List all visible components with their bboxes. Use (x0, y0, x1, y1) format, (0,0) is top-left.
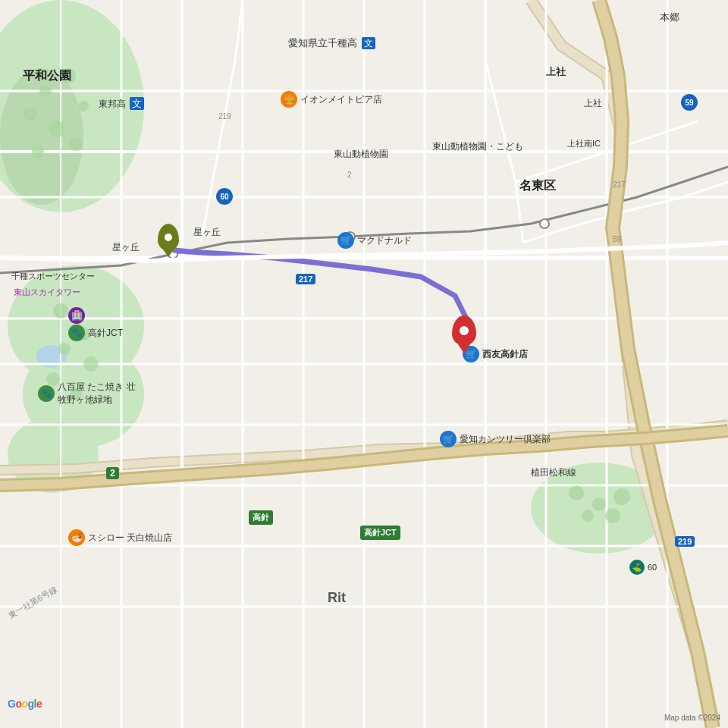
svg-point-38 (69, 137, 83, 151)
zoo2-poi: 🐾 八百屋 たこ焼き 壮 牧野ヶ池緑地 (38, 381, 136, 406)
rail-komachi-label: 219 (218, 112, 231, 121)
country-club-label: 60 (648, 563, 657, 572)
start-pin (158, 224, 179, 251)
higashi6-label: 217 (613, 180, 626, 189)
road-219-badge: 219 (675, 534, 695, 548)
higashiyama-sky-label: 東山スカイタワー (14, 287, 80, 298)
svg-point-34 (24, 107, 37, 121)
svg-point-48 (582, 510, 594, 522)
zoo-poi: 🐾 高針JCT (68, 325, 123, 341)
svg-point-42 (83, 356, 99, 372)
aeon-poi: 🛒 マクドナルド (337, 232, 412, 249)
susiro-icon: 🍜 (68, 529, 85, 546)
yaoya-label: 愛知カンツリー倶楽部 (460, 433, 551, 446)
svg-point-32 (39, 85, 52, 97)
svg-point-36 (49, 121, 65, 137)
higashi16-label: 59 (613, 235, 621, 243)
honmachi-label: 本郷 (660, 11, 679, 24)
svg-point-39 (53, 303, 68, 318)
aeon-icon: 🛒 (337, 232, 354, 249)
hospital-poi: 🏥 (68, 307, 85, 324)
makino-label: 植田松和線 (531, 466, 576, 479)
zoo-icon: 🐾 (68, 325, 85, 341)
takahari-jct-badge: 高針JCT (360, 525, 400, 540)
svg-point-31 (540, 219, 549, 228)
kamisha-label: 上社 (546, 65, 566, 79)
mcdonald-poi: 🍔 イオンメイトピア店 (281, 91, 382, 108)
svg-point-45 (569, 485, 584, 500)
svg-point-35 (78, 101, 89, 111)
svg-point-46 (592, 497, 606, 511)
map-container: 平和公園 東邦高 文 愛知県立千種高 文 本郷 上社 上社 上社南IC 名東区 … (0, 0, 728, 728)
end-pin (452, 315, 476, 346)
road-60-badge: 60 (216, 188, 233, 205)
zoo2-icon: 🐾 (38, 385, 55, 402)
mcdonald-icon: 🍔 (281, 91, 297, 108)
meidai-label: 名東区 (519, 178, 556, 194)
map-data-text: Map data ©2024 (664, 714, 720, 722)
road-2-badge: 2 (106, 466, 119, 479)
susiro-label: スシロー 天白焼山店 (88, 532, 172, 544)
country-club-icon: ⛳ (629, 560, 645, 575)
heiwa-park-label: 平和公園 (23, 68, 71, 84)
zoo2-label2: 牧野ヶ池緑地 (58, 394, 136, 406)
nishi21-label: 2 (347, 171, 352, 179)
road-59-badge: 59 (681, 94, 698, 111)
ichisha2-label: 東山動植物園・こども (432, 140, 523, 153)
zoo-label: 高針JCT (88, 327, 123, 340)
mcdonald-label: イオンメイトピア店 (300, 93, 382, 106)
hoshigaoka2-label: 星ヶ丘 (193, 226, 221, 239)
yaoya-poi: 🛒 愛知カンツリー倶楽部 (440, 431, 551, 447)
nishitomo-poi: 🛒 西友高針店 (463, 346, 528, 362)
aichi-chikusa-label: 愛知県立千種高 文 (288, 36, 375, 50)
aeon-label: マクドナルド (357, 234, 412, 247)
zoo2-label1: 八百屋 たこ焼き 壮 (58, 381, 136, 394)
chikusa-sports-label: 千種スポーツセンター (11, 271, 95, 282)
google-logo: Google (8, 698, 42, 710)
takahari-badge: 高針 (249, 510, 273, 525)
toho-high-label: 東邦高 文 (99, 97, 144, 111)
svg-point-47 (613, 488, 630, 505)
svg-point-41 (58, 343, 71, 355)
svg-point-37 (32, 146, 44, 158)
susiro-poi: 🍜 スシロー 天白焼山店 (68, 529, 172, 546)
rit-label: Rit (328, 590, 346, 606)
ichisha-label: 東山動植物園 (334, 148, 388, 161)
hoshigaoka-label: 星ヶ丘 (112, 241, 140, 254)
road-217-badge: 217 (296, 271, 315, 285)
ueshaminami-ic-label: 上社南IC (567, 138, 601, 149)
svg-point-49 (605, 508, 620, 523)
hospital-icon: 🏥 (68, 307, 85, 324)
kamisha2-label: 上社 (584, 97, 602, 110)
nishitomo-label: 西友高針店 (482, 348, 528, 361)
yaoya-icon: 🛒 (440, 431, 457, 447)
country-club-poi: ⛳ 60 (629, 560, 657, 575)
